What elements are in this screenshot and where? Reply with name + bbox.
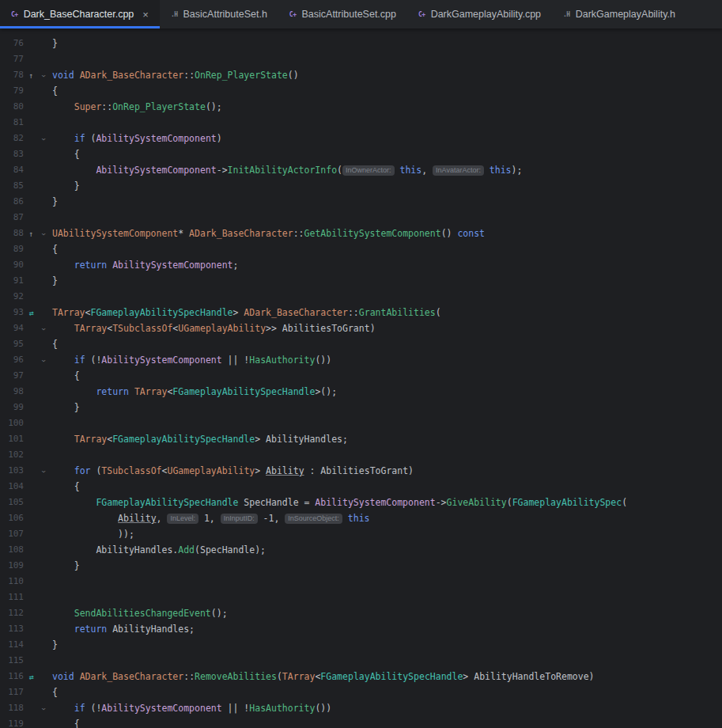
line-number[interactable]: 118 bbox=[0, 700, 24, 716]
code-line[interactable]: 115 bbox=[0, 653, 722, 669]
line-number[interactable]: 97 bbox=[0, 368, 24, 384]
code-line[interactable]: 98 return TArray<FGameplayAbilitySpecHan… bbox=[0, 384, 722, 400]
code-line[interactable]: 102 bbox=[0, 447, 722, 463]
code-line[interactable]: 106 Ability, InLevel: 1, InInputID: -1, … bbox=[0, 510, 722, 526]
fold-icon[interactable]: › bbox=[36, 74, 52, 78]
code-line[interactable]: 85 } bbox=[0, 178, 722, 194]
code-line[interactable]: 95{ bbox=[0, 336, 722, 352]
line-number[interactable]: 87 bbox=[0, 210, 24, 226]
inlay-hint[interactable]: InOwnerActor: bbox=[342, 165, 395, 176]
fold-icon[interactable]: › bbox=[36, 137, 52, 142]
code-line[interactable]: 105 FGameplayAbilitySpecHandle SpecHandl… bbox=[0, 495, 722, 510]
line-number[interactable]: 92 bbox=[0, 289, 24, 305]
code-editor[interactable]: 76}7778↑›void ADark_BaseCharacter::OnRep… bbox=[0, 28, 722, 728]
code-line[interactable]: 101 TArray<FGameplayAbilitySpecHandle> A… bbox=[0, 431, 722, 447]
line-number[interactable]: 90 bbox=[0, 257, 24, 273]
line-number[interactable]: 119 bbox=[0, 716, 24, 728]
code-line[interactable]: 76} bbox=[0, 36, 722, 51]
inlay-hint[interactable]: InAvatarActor: bbox=[433, 165, 484, 176]
overrides-icon[interactable]: ↑ bbox=[28, 71, 33, 80]
line-number[interactable]: 105 bbox=[0, 495, 24, 510]
line-number[interactable]: 94 bbox=[0, 320, 24, 336]
code-line[interactable]: 113 return AbilityHandles; bbox=[0, 621, 722, 637]
code-line[interactable]: 103› for (TSubclassOf<UGameplayAbility> … bbox=[0, 463, 722, 479]
line-number[interactable]: 76 bbox=[0, 36, 24, 51]
code-line[interactable]: 93⇄TArray<FGameplayAbilitySpecHandle> AD… bbox=[0, 305, 722, 320]
blueprint-usage-icon[interactable]: ⇄ bbox=[28, 673, 32, 681]
code-line[interactable]: 79{ bbox=[0, 83, 722, 99]
code-line[interactable]: 89{ bbox=[0, 241, 722, 257]
code-line[interactable]: 86} bbox=[0, 194, 722, 210]
line-number[interactable]: 109 bbox=[0, 558, 24, 574]
code-line[interactable]: 99 } bbox=[0, 400, 722, 415]
code-line[interactable]: 97 { bbox=[0, 368, 722, 384]
code-line[interactable]: 116⇄void ADark_BaseCharacter::RemoveAbil… bbox=[0, 669, 722, 684]
code-line[interactable]: 92 bbox=[0, 289, 722, 305]
tab-5[interactable]: .HDarkGameplayAbility.h bbox=[552, 0, 686, 28]
code-line[interactable]: 108 AbilityHandles.Add(SpecHandle); bbox=[0, 542, 722, 558]
close-icon[interactable]: × bbox=[142, 9, 149, 20]
tab-2[interactable]: .HBasicAttributeSet.h bbox=[160, 0, 278, 28]
code-line[interactable]: 87 bbox=[0, 210, 722, 226]
code-line[interactable]: 82› if (AbilitySystemComponent) bbox=[0, 131, 722, 146]
line-number[interactable]: 82 bbox=[0, 131, 24, 146]
code-line[interactable]: 112 SendAbilitiesChangedEvent(); bbox=[0, 605, 722, 621]
tab-3[interactable]: C+BasicAttributeSet.cpp bbox=[278, 0, 407, 28]
line-number[interactable]: 100 bbox=[0, 415, 24, 431]
code-line[interactable]: 111 bbox=[0, 590, 722, 605]
code-line[interactable]: 107 )); bbox=[0, 526, 722, 542]
line-number[interactable]: 99 bbox=[0, 400, 24, 415]
line-number[interactable]: 88 bbox=[0, 226, 24, 241]
code-line[interactable]: 81 bbox=[0, 115, 722, 131]
line-number[interactable]: 108 bbox=[0, 542, 24, 558]
code-line[interactable]: 78↑›void ADark_BaseCharacter::OnRep_Play… bbox=[0, 67, 722, 83]
code-line[interactable]: 118› if (!AbilitySystemComponent || !Has… bbox=[0, 700, 722, 716]
code-line[interactable]: 80 Super::OnRep_PlayerState(); bbox=[0, 99, 722, 115]
line-number[interactable]: 89 bbox=[0, 241, 24, 257]
line-number[interactable]: 85 bbox=[0, 178, 24, 194]
inlay-hint[interactable]: InLevel: bbox=[167, 514, 198, 524]
line-number[interactable]: 84 bbox=[0, 162, 24, 178]
line-number[interactable]: 116 bbox=[0, 669, 24, 684]
line-number[interactable]: 80 bbox=[0, 99, 24, 115]
line-number[interactable]: 111 bbox=[0, 590, 24, 605]
code-line[interactable]: 110 bbox=[0, 574, 722, 590]
line-number[interactable]: 101 bbox=[0, 431, 24, 447]
line-number[interactable]: 115 bbox=[0, 653, 24, 669]
fold-icon[interactable]: › bbox=[36, 707, 52, 711]
code-line[interactable]: 114} bbox=[0, 637, 722, 653]
code-line[interactable]: 94› TArray<TSubclassOf<UGameplayAbility>… bbox=[0, 320, 722, 336]
code-line[interactable]: 117{ bbox=[0, 684, 722, 700]
code-line[interactable]: 83 { bbox=[0, 146, 722, 162]
line-number[interactable]: 113 bbox=[0, 621, 24, 637]
code-line[interactable]: 77 bbox=[0, 51, 722, 67]
line-number[interactable]: 112 bbox=[0, 605, 24, 621]
code-line[interactable]: 91} bbox=[0, 273, 722, 289]
line-number[interactable]: 98 bbox=[0, 384, 24, 400]
fold-icon[interactable]: › bbox=[36, 469, 52, 474]
fold-icon[interactable]: › bbox=[36, 327, 52, 332]
line-number[interactable]: 102 bbox=[0, 447, 24, 463]
line-number[interactable]: 79 bbox=[0, 83, 24, 99]
line-number[interactable]: 114 bbox=[0, 637, 24, 653]
code-line[interactable]: 100 bbox=[0, 415, 722, 431]
code-line[interactable]: 104 { bbox=[0, 479, 722, 495]
line-number[interactable]: 81 bbox=[0, 115, 24, 131]
line-number[interactable]: 103 bbox=[0, 463, 24, 479]
line-number[interactable]: 104 bbox=[0, 479, 24, 495]
line-number[interactable]: 86 bbox=[0, 194, 24, 210]
tab-4[interactable]: C+DarkGameplayAbility.cpp bbox=[407, 0, 552, 28]
fold-icon[interactable]: › bbox=[36, 358, 52, 363]
line-number[interactable]: 110 bbox=[0, 574, 24, 590]
line-number[interactable]: 95 bbox=[0, 336, 24, 352]
line-number[interactable]: 78 bbox=[0, 67, 24, 83]
blueprint-usage-icon[interactable]: ⇄ bbox=[28, 309, 32, 317]
code-line[interactable]: 119 { bbox=[0, 716, 722, 728]
overrides-icon[interactable]: ↑ bbox=[28, 229, 33, 238]
line-number[interactable]: 117 bbox=[0, 684, 24, 700]
line-number[interactable]: 83 bbox=[0, 146, 24, 162]
code-line[interactable]: 109 } bbox=[0, 558, 722, 574]
code-line[interactable]: 88↑›UAbilitySystemComponent* ADark_BaseC… bbox=[0, 226, 722, 241]
line-number[interactable]: 96 bbox=[0, 352, 24, 368]
code-line[interactable]: 84 AbilitySystemComponent->InitAbilityAc… bbox=[0, 162, 722, 178]
